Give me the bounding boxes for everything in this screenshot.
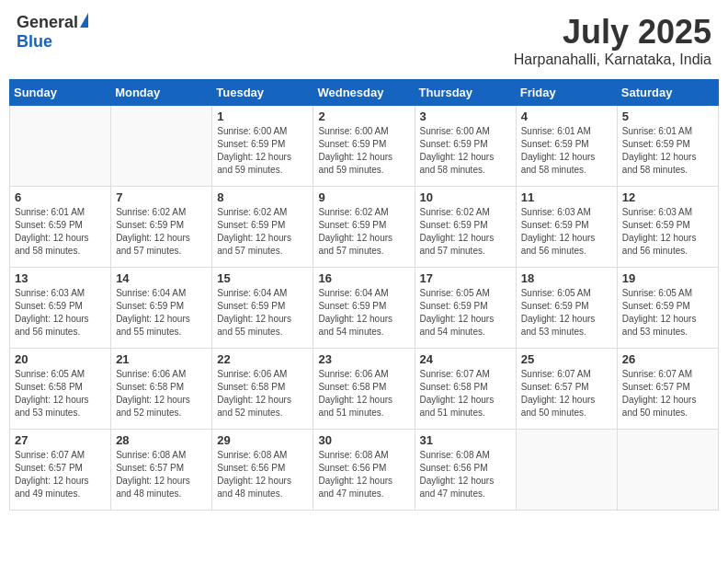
day-info: Sunrise: 6:05 AM Sunset: 6:59 PM Dayligh… [420, 287, 511, 339]
day-info: Sunrise: 6:06 AM Sunset: 6:58 PM Dayligh… [217, 368, 308, 419]
day-info: Sunrise: 6:00 AM Sunset: 6:59 PM Dayligh… [420, 125, 511, 177]
day-info: Sunrise: 6:02 AM Sunset: 6:59 PM Dayligh… [116, 206, 207, 258]
day-number: 11 [521, 190, 612, 204]
day-info: Sunrise: 6:04 AM Sunset: 6:59 PM Dayligh… [318, 287, 409, 339]
calendar-cell: 13Sunrise: 6:03 AM Sunset: 6:59 PM Dayli… [10, 268, 111, 349]
month-title: July 2025 [514, 13, 711, 52]
calendar-cell: 22Sunrise: 6:06 AM Sunset: 6:58 PM Dayli… [212, 349, 313, 430]
day-number: 12 [622, 190, 713, 204]
day-number: 22 [217, 352, 308, 366]
col-saturday: Saturday [617, 80, 718, 106]
day-number: 30 [318, 433, 409, 447]
logo: General Blue [17, 13, 88, 52]
day-number: 3 [420, 109, 511, 123]
calendar-cell: 28Sunrise: 6:08 AM Sunset: 6:57 PM Dayli… [111, 430, 212, 511]
day-info: Sunrise: 6:07 AM Sunset: 6:57 PM Dayligh… [15, 449, 106, 500]
day-info: Sunrise: 6:00 AM Sunset: 6:59 PM Dayligh… [318, 125, 409, 177]
day-info: Sunrise: 6:04 AM Sunset: 6:59 PM Dayligh… [116, 287, 207, 339]
day-number: 28 [116, 433, 207, 447]
calendar-cell [111, 106, 212, 187]
calendar-cell: 19Sunrise: 6:05 AM Sunset: 6:59 PM Dayli… [617, 268, 718, 349]
day-info: Sunrise: 6:05 AM Sunset: 6:59 PM Dayligh… [521, 287, 612, 339]
day-number: 26 [622, 352, 713, 366]
day-info: Sunrise: 6:00 AM Sunset: 6:59 PM Dayligh… [217, 125, 308, 177]
day-info: Sunrise: 6:07 AM Sunset: 6:57 PM Dayligh… [521, 368, 612, 419]
day-number: 25 [521, 352, 612, 366]
day-number: 2 [318, 109, 409, 123]
col-thursday: Thursday [415, 80, 516, 106]
col-monday: Monday [111, 80, 212, 106]
day-number: 5 [622, 109, 713, 123]
day-info: Sunrise: 6:01 AM Sunset: 6:59 PM Dayligh… [15, 206, 106, 258]
day-info: Sunrise: 6:04 AM Sunset: 6:59 PM Dayligh… [217, 287, 308, 339]
day-info: Sunrise: 6:02 AM Sunset: 6:59 PM Dayligh… [318, 206, 409, 258]
day-info: Sunrise: 6:01 AM Sunset: 6:59 PM Dayligh… [521, 125, 612, 177]
calendar-cell: 9Sunrise: 6:02 AM Sunset: 6:59 PM Daylig… [313, 187, 415, 268]
day-info: Sunrise: 6:03 AM Sunset: 6:59 PM Dayligh… [15, 287, 106, 339]
calendar-cell: 12Sunrise: 6:03 AM Sunset: 6:59 PM Dayli… [617, 187, 718, 268]
calendar-cell: 29Sunrise: 6:08 AM Sunset: 6:56 PM Dayli… [212, 430, 313, 511]
day-number: 4 [521, 109, 612, 123]
day-info: Sunrise: 6:03 AM Sunset: 6:59 PM Dayligh… [521, 206, 612, 258]
day-info: Sunrise: 6:08 AM Sunset: 6:56 PM Dayligh… [318, 449, 409, 500]
day-number: 27 [15, 433, 106, 447]
location-title: Harpanahalli, Karnataka, India [514, 52, 711, 68]
day-info: Sunrise: 6:06 AM Sunset: 6:58 PM Dayligh… [318, 368, 409, 419]
calendar-week-3: 13Sunrise: 6:03 AM Sunset: 6:59 PM Dayli… [10, 268, 719, 349]
day-number: 31 [420, 433, 511, 447]
calendar-cell [516, 430, 617, 511]
logo-blue: Blue [17, 32, 52, 51]
calendar-cell: 4Sunrise: 6:01 AM Sunset: 6:59 PM Daylig… [516, 106, 617, 187]
day-number: 21 [116, 352, 207, 366]
calendar-cell: 2Sunrise: 6:00 AM Sunset: 6:59 PM Daylig… [313, 106, 415, 187]
col-wednesday: Wednesday [313, 80, 415, 106]
logo-icon [80, 13, 88, 28]
day-info: Sunrise: 6:07 AM Sunset: 6:58 PM Dayligh… [420, 368, 511, 419]
day-number: 8 [217, 190, 308, 204]
calendar-cell: 30Sunrise: 6:08 AM Sunset: 6:56 PM Dayli… [313, 430, 415, 511]
day-number: 20 [15, 352, 106, 366]
day-number: 13 [15, 271, 106, 285]
calendar-cell: 5Sunrise: 6:01 AM Sunset: 6:59 PM Daylig… [617, 106, 718, 187]
day-info: Sunrise: 6:06 AM Sunset: 6:58 PM Dayligh… [116, 368, 207, 419]
calendar-week-4: 20Sunrise: 6:05 AM Sunset: 6:58 PM Dayli… [10, 349, 719, 430]
day-info: Sunrise: 6:07 AM Sunset: 6:57 PM Dayligh… [622, 368, 713, 419]
calendar-week-1: 1Sunrise: 6:00 AM Sunset: 6:59 PM Daylig… [10, 106, 719, 187]
day-number: 14 [116, 271, 207, 285]
day-number: 16 [318, 271, 409, 285]
calendar-week-5: 27Sunrise: 6:07 AM Sunset: 6:57 PM Dayli… [10, 430, 719, 511]
calendar-cell: 15Sunrise: 6:04 AM Sunset: 6:59 PM Dayli… [212, 268, 313, 349]
col-sunday: Sunday [10, 80, 111, 106]
day-info: Sunrise: 6:03 AM Sunset: 6:59 PM Dayligh… [622, 206, 713, 258]
calendar-cell [10, 106, 111, 187]
calendar-cell: 16Sunrise: 6:04 AM Sunset: 6:59 PM Dayli… [313, 268, 415, 349]
day-info: Sunrise: 6:05 AM Sunset: 6:58 PM Dayligh… [15, 368, 106, 419]
calendar-cell: 8Sunrise: 6:02 AM Sunset: 6:59 PM Daylig… [212, 187, 313, 268]
calendar-cell: 31Sunrise: 6:08 AM Sunset: 6:56 PM Dayli… [415, 430, 516, 511]
day-number: 1 [217, 109, 308, 123]
calendar-cell: 27Sunrise: 6:07 AM Sunset: 6:57 PM Dayli… [10, 430, 111, 511]
calendar-cell: 1Sunrise: 6:00 AM Sunset: 6:59 PM Daylig… [212, 106, 313, 187]
calendar-table: Sunday Monday Tuesday Wednesday Thursday… [9, 79, 719, 511]
day-info: Sunrise: 6:02 AM Sunset: 6:59 PM Dayligh… [217, 206, 308, 258]
calendar-cell: 25Sunrise: 6:07 AM Sunset: 6:57 PM Dayli… [516, 349, 617, 430]
page-header: General Blue July 2025 Harpanahalli, Kar… [9, 9, 719, 72]
calendar-cell: 3Sunrise: 6:00 AM Sunset: 6:59 PM Daylig… [415, 106, 516, 187]
title-area: July 2025 Harpanahalli, Karnataka, India [514, 13, 711, 68]
day-info: Sunrise: 6:05 AM Sunset: 6:59 PM Dayligh… [622, 287, 713, 339]
logo-general: General [17, 13, 78, 32]
calendar-cell: 21Sunrise: 6:06 AM Sunset: 6:58 PM Dayli… [111, 349, 212, 430]
calendar-cell: 24Sunrise: 6:07 AM Sunset: 6:58 PM Dayli… [415, 349, 516, 430]
calendar-cell: 18Sunrise: 6:05 AM Sunset: 6:59 PM Dayli… [516, 268, 617, 349]
day-number: 17 [420, 271, 511, 285]
day-info: Sunrise: 6:02 AM Sunset: 6:59 PM Dayligh… [420, 206, 511, 258]
day-info: Sunrise: 6:08 AM Sunset: 6:57 PM Dayligh… [116, 449, 207, 500]
col-friday: Friday [516, 80, 617, 106]
col-tuesday: Tuesday [212, 80, 313, 106]
day-number: 15 [217, 271, 308, 285]
calendar-cell: 23Sunrise: 6:06 AM Sunset: 6:58 PM Dayli… [313, 349, 415, 430]
day-number: 7 [116, 190, 207, 204]
day-number: 24 [420, 352, 511, 366]
day-info: Sunrise: 6:08 AM Sunset: 6:56 PM Dayligh… [217, 449, 308, 500]
calendar-header-row: Sunday Monday Tuesday Wednesday Thursday… [10, 80, 719, 106]
